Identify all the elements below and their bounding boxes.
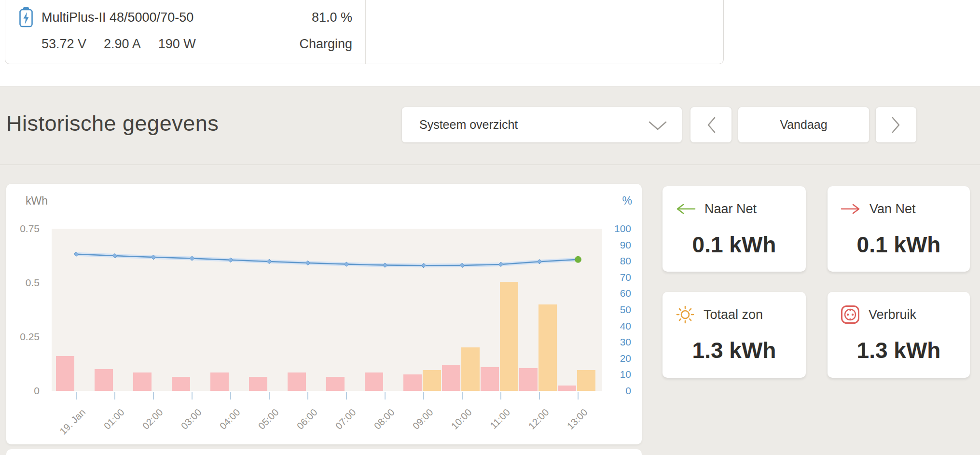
next-period-button[interactable] xyxy=(875,107,917,143)
x-axis-label: 10:00 xyxy=(449,407,474,432)
x-axis-tick xyxy=(76,392,77,400)
x-axis-label: 02:00 xyxy=(140,407,166,432)
right-axis-tick-label: 20 xyxy=(620,353,631,364)
x-axis-tick xyxy=(307,392,308,400)
history-chart-card: kWh % 00.250.50.750102030405060708090100… xyxy=(6,184,642,444)
left-axis-tick-label: 0.25 xyxy=(20,331,40,343)
x-axis-label: 03:00 xyxy=(179,407,204,432)
left-axis-title: kWh xyxy=(26,194,48,207)
x-axis-label: 12:00 xyxy=(526,407,552,432)
overview-select-value: Systeem overzicht xyxy=(419,118,518,132)
x-axis-tick xyxy=(192,392,193,400)
right-axis-tick-label: 60 xyxy=(620,288,631,299)
right-axis-tick-label: 40 xyxy=(620,320,631,332)
stat-card-to-grid: Naar Net 0.1 kWh xyxy=(663,186,806,272)
x-axis-label: 06:00 xyxy=(295,407,320,432)
stat-card-header: Verbruik xyxy=(841,304,916,325)
right-axis-tick-label: 10 xyxy=(620,369,631,380)
right-axis-tick-label: 80 xyxy=(620,255,631,267)
x-axis-tick xyxy=(114,392,115,400)
x-axis-label: 19. Jan xyxy=(58,407,88,437)
stat-card-header: Totaal zon xyxy=(676,304,763,325)
x-axis-tick xyxy=(423,392,424,400)
stat-value: 1.3 kWh xyxy=(663,337,806,363)
x-axis-tick xyxy=(269,392,270,400)
next-card-top-edge xyxy=(6,449,642,455)
period-button[interactable]: Vandaag xyxy=(738,107,870,143)
x-axis-label: 08:00 xyxy=(372,407,397,432)
stat-label: Van Net xyxy=(870,202,916,217)
previous-period-button[interactable] xyxy=(690,107,732,143)
device-power: 190 W xyxy=(158,37,196,52)
arrow-right-icon xyxy=(841,203,861,215)
device-voltage: 53.72 V xyxy=(41,37,86,52)
stat-card-header: Van Net xyxy=(841,199,916,219)
device-current: 2.90 A xyxy=(104,37,141,52)
right-axis-tick-label: 70 xyxy=(620,272,631,283)
x-axis-tick xyxy=(462,392,463,400)
x-axis-label: 01:00 xyxy=(102,407,127,432)
stat-card-solar: Totaal zon 1.3 kWh xyxy=(663,292,806,378)
right-axis-title: % xyxy=(622,194,632,207)
battery-icon xyxy=(18,7,34,28)
x-axis-tick xyxy=(539,392,540,400)
card-divider xyxy=(365,0,366,64)
overview-select[interactable]: Systeem overzicht xyxy=(401,107,682,143)
x-axis-label: 11:00 xyxy=(488,407,513,431)
soc-last-point xyxy=(575,256,581,263)
stat-value: 0.1 kWh xyxy=(663,232,806,258)
x-axis-tick xyxy=(230,392,231,400)
x-axis-tick xyxy=(385,392,386,400)
stat-label: Verbruik xyxy=(869,307,916,322)
x-axis-label: 07:00 xyxy=(333,407,359,432)
device-soc-value: 81.0 % xyxy=(312,10,352,25)
period-label: Vandaag xyxy=(780,118,827,132)
right-axis-tick-label: 90 xyxy=(620,239,631,251)
x-axis-tick xyxy=(500,392,501,400)
x-axis-label: 04:00 xyxy=(218,407,243,432)
right-axis-tick-label: 0 xyxy=(625,385,631,397)
device-state: Charging xyxy=(299,37,352,52)
stat-label: Totaal zon xyxy=(704,307,763,322)
device-summary-card[interactable]: MultiPlus-II 48/5000/70-50 81.0 % 53.72 … xyxy=(5,0,724,64)
right-axis-tick-label: 30 xyxy=(620,336,631,348)
sun-icon xyxy=(676,305,695,324)
stat-card-consumption: Verbruik 1.3 kWh xyxy=(828,292,970,378)
socket-icon xyxy=(841,305,860,324)
x-axis-label: 13:00 xyxy=(565,407,590,432)
x-axis-label: 05:00 xyxy=(256,407,281,432)
arrow-left-icon xyxy=(676,203,696,215)
soc-line-chart xyxy=(52,229,602,391)
x-axis-tick xyxy=(153,392,154,400)
stat-value: 0.1 kWh xyxy=(828,232,970,258)
chevron-down-icon xyxy=(648,121,667,131)
stat-card-header: Naar Net xyxy=(676,199,757,219)
right-axis-tick-label: 100 xyxy=(614,223,631,234)
stat-card-from-grid: Van Net 0.1 kWh xyxy=(828,186,970,272)
x-axis-tick xyxy=(578,392,579,400)
chevron-right-icon xyxy=(891,116,901,134)
chevron-left-icon xyxy=(706,116,716,134)
vrm-dashboard: MultiPlus-II 48/5000/70-50 81.0 % 53.72 … xyxy=(0,0,980,455)
x-axis-label: 09:00 xyxy=(411,407,436,432)
stat-value: 1.3 kWh xyxy=(828,337,970,363)
device-title: MultiPlus-II 48/5000/70-50 xyxy=(41,10,193,25)
device-measurements: 53.72 V 2.90 A 190 W xyxy=(41,37,196,52)
right-axis-tick-label: 50 xyxy=(620,304,631,316)
left-axis-tick-label: 0.75 xyxy=(20,223,40,234)
stat-label: Naar Net xyxy=(704,202,757,217)
left-axis-tick-label: 0 xyxy=(34,385,40,397)
page-title: Historische gegevens xyxy=(6,111,219,136)
x-axis-tick xyxy=(346,392,347,400)
chart-plot-area xyxy=(52,229,602,391)
left-axis-tick-label: 0.5 xyxy=(26,277,40,289)
